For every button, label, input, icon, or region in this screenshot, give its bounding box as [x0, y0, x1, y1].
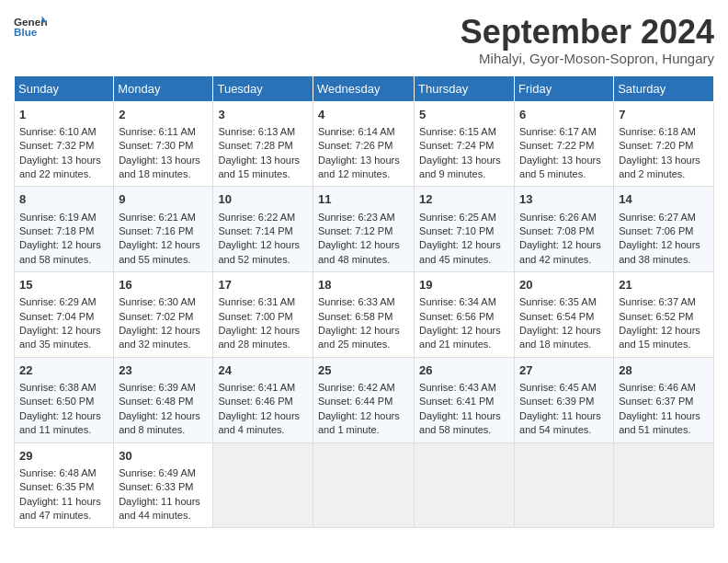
calendar-cell [515, 442, 614, 528]
day-number: 29 [19, 448, 108, 465]
calendar-cell [415, 442, 515, 528]
sunrise-label: Sunrise: 6:15 AM [419, 126, 496, 137]
sunrise-label: Sunrise: 6:23 AM [318, 212, 395, 223]
calendar-cell: 15 Sunrise: 6:29 AM Sunset: 7:04 PM Dayl… [15, 272, 114, 358]
calendar-cell: 13 Sunrise: 6:26 AM Sunset: 7:08 PM Dayl… [515, 187, 614, 272]
calendar-cell: 16 Sunrise: 6:30 AM Sunset: 7:02 PM Dayl… [114, 272, 213, 358]
sunset-label: Sunset: 6:39 PM [519, 396, 594, 407]
sunset-label: Sunset: 6:37 PM [619, 396, 693, 407]
day-number: 10 [218, 191, 308, 208]
sunrise-label: Sunrise: 6:10 AM [19, 126, 97, 137]
sunset-label: Sunset: 7:26 PM [318, 140, 392, 151]
sunrise-label: Sunrise: 6:34 AM [419, 296, 496, 307]
sunset-label: Sunset: 7:30 PM [119, 140, 193, 151]
sunset-label: Sunset: 6:46 PM [218, 396, 292, 407]
sunrise-label: Sunrise: 6:48 AM [19, 467, 97, 478]
calendar-cell: 29 Sunrise: 6:48 AM Sunset: 6:35 PM Dayl… [15, 442, 114, 528]
daylight-label: Daylight: 12 hours and 38 minutes. [619, 239, 700, 264]
calendar-row-4: 22 Sunrise: 6:38 AM Sunset: 6:50 PM Dayl… [15, 357, 714, 442]
daylight-label: Daylight: 12 hours and 25 minutes. [318, 325, 400, 350]
calendar-cell [313, 442, 415, 528]
sunrise-label: Sunrise: 6:31 AM [218, 296, 295, 307]
sunrise-label: Sunrise: 6:14 AM [318, 126, 395, 137]
calendar-table: Sunday Monday Tuesday Wednesday Thursday… [14, 75, 714, 529]
daylight-label: Daylight: 12 hours and 32 minutes. [119, 325, 200, 350]
sunset-label: Sunset: 6:48 PM [119, 396, 193, 407]
daylight-label: Daylight: 12 hours and 15 minutes. [619, 325, 700, 350]
sunset-label: Sunset: 7:02 PM [119, 311, 193, 322]
daylight-label: Daylight: 11 hours and 44 minutes. [119, 496, 200, 521]
day-number: 30 [119, 448, 208, 465]
sunrise-label: Sunrise: 6:39 AM [119, 382, 196, 393]
calendar-cell: 2 Sunrise: 6:11 AM Sunset: 7:30 PM Dayli… [114, 101, 213, 187]
calendar-cell: 5 Sunrise: 6:15 AM Sunset: 7:24 PM Dayli… [415, 101, 515, 187]
calendar-cell: 26 Sunrise: 6:43 AM Sunset: 6:41 PM Dayl… [415, 357, 515, 442]
daylight-label: Daylight: 11 hours and 47 minutes. [19, 496, 101, 521]
day-number: 1 [19, 107, 108, 123]
calendar-cell: 24 Sunrise: 6:41 AM Sunset: 6:46 PM Dayl… [213, 357, 313, 442]
day-number: 26 [419, 362, 509, 379]
sunset-label: Sunset: 7:14 PM [218, 225, 292, 236]
sunset-label: Sunset: 7:20 PM [619, 140, 693, 151]
daylight-label: Daylight: 13 hours and 12 minutes. [318, 155, 400, 179]
day-number: 21 [619, 277, 709, 293]
daylight-label: Daylight: 12 hours and 45 minutes. [419, 239, 501, 264]
sunrise-label: Sunrise: 6:22 AM [218, 212, 295, 223]
sunset-label: Sunset: 7:04 PM [19, 311, 94, 322]
calendar-cell: 21 Sunrise: 6:37 AM Sunset: 6:52 PM Dayl… [614, 272, 714, 358]
calendar-cell: 25 Sunrise: 6:42 AM Sunset: 6:44 PM Dayl… [313, 357, 415, 442]
sunrise-label: Sunrise: 6:46 AM [619, 382, 696, 393]
calendar-row-5: 29 Sunrise: 6:48 AM Sunset: 6:35 PM Dayl… [15, 442, 714, 528]
day-number: 24 [218, 362, 308, 379]
day-number: 12 [419, 191, 509, 208]
sunrise-label: Sunrise: 6:13 AM [218, 126, 295, 137]
calendar-cell: 4 Sunrise: 6:14 AM Sunset: 7:26 PM Dayli… [313, 101, 415, 187]
day-number: 6 [519, 107, 609, 123]
day-number: 28 [619, 362, 709, 379]
day-number: 27 [519, 362, 609, 379]
sunset-label: Sunset: 7:18 PM [19, 225, 94, 236]
sunset-label: Sunset: 7:24 PM [419, 140, 494, 151]
day-number: 13 [519, 191, 609, 208]
calendar-cell [213, 442, 313, 528]
page-header: General Blue September 2024 Mihalyi, Gyo… [14, 14, 714, 66]
day-number: 20 [519, 277, 609, 293]
calendar-cell: 20 Sunrise: 6:35 AM Sunset: 6:54 PM Dayl… [515, 272, 614, 358]
calendar-cell: 3 Sunrise: 6:13 AM Sunset: 7:28 PM Dayli… [213, 101, 313, 187]
sunset-label: Sunset: 7:08 PM [519, 225, 594, 236]
daylight-label: Daylight: 13 hours and 2 minutes. [619, 155, 700, 179]
sunrise-label: Sunrise: 6:29 AM [19, 296, 97, 307]
sunrise-label: Sunrise: 6:17 AM [519, 126, 597, 137]
daylight-label: Daylight: 12 hours and 35 minutes. [19, 325, 101, 350]
sunrise-label: Sunrise: 6:43 AM [419, 382, 496, 393]
weekday-header-row: Sunday Monday Tuesday Wednesday Thursday… [15, 75, 714, 101]
day-number: 15 [19, 277, 108, 293]
daylight-label: Daylight: 13 hours and 5 minutes. [519, 155, 601, 179]
sunrise-label: Sunrise: 6:42 AM [318, 382, 395, 393]
header-tuesday: Tuesday [213, 75, 313, 101]
sunrise-label: Sunrise: 6:33 AM [318, 296, 395, 307]
daylight-label: Daylight: 13 hours and 22 minutes. [19, 155, 101, 179]
sunset-label: Sunset: 7:06 PM [619, 225, 693, 236]
day-number: 19 [419, 277, 509, 293]
header-saturday: Saturday [614, 75, 714, 101]
sunset-label: Sunset: 6:52 PM [619, 311, 693, 322]
location-title: Mihalyi, Gyor-Moson-Sopron, Hungary [461, 51, 714, 66]
header-wednesday: Wednesday [313, 75, 415, 101]
calendar-cell: 30 Sunrise: 6:49 AM Sunset: 6:33 PM Dayl… [114, 442, 213, 528]
calendar-cell: 27 Sunrise: 6:45 AM Sunset: 6:39 PM Dayl… [515, 357, 614, 442]
daylight-label: Daylight: 13 hours and 9 minutes. [419, 155, 501, 179]
month-title: September 2024 [461, 14, 714, 51]
day-number: 8 [19, 191, 108, 208]
sunrise-label: Sunrise: 6:21 AM [119, 212, 196, 223]
calendar-cell: 18 Sunrise: 6:33 AM Sunset: 6:58 PM Dayl… [313, 272, 415, 358]
daylight-label: Daylight: 12 hours and 8 minutes. [119, 410, 200, 435]
sunrise-label: Sunrise: 6:41 AM [218, 382, 295, 393]
daylight-label: Daylight: 11 hours and 51 minutes. [619, 410, 700, 435]
day-number: 7 [619, 107, 709, 123]
sunrise-label: Sunrise: 6:30 AM [119, 296, 196, 307]
calendar-cell: 10 Sunrise: 6:22 AM Sunset: 7:14 PM Dayl… [213, 187, 313, 272]
calendar-cell: 17 Sunrise: 6:31 AM Sunset: 7:00 PM Dayl… [213, 272, 313, 358]
calendar-cell: 28 Sunrise: 6:46 AM Sunset: 6:37 PM Dayl… [614, 357, 714, 442]
calendar-cell: 14 Sunrise: 6:27 AM Sunset: 7:06 PM Dayl… [614, 187, 714, 272]
